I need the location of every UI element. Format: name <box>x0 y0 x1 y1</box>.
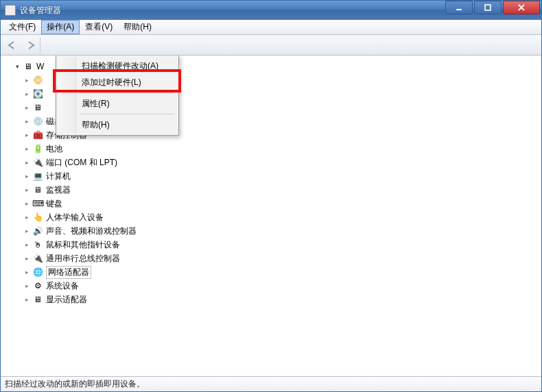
expand-icon[interactable] <box>23 268 31 276</box>
menu-item-properties[interactable]: 属性(R) <box>58 95 176 112</box>
device-category-icon: 🖱 <box>32 239 43 250</box>
tree-item[interactable]: 🔊声音、视频和游戏控制器 <box>3 224 539 238</box>
expand-icon[interactable] <box>23 131 31 139</box>
menu-item-label: 扫描检测硬件改动(A) <box>82 60 158 72</box>
forward-button[interactable] <box>23 37 40 53</box>
device-category-icon: 🔌 <box>32 253 43 264</box>
expand-icon[interactable] <box>23 186 31 194</box>
expand-icon[interactable] <box>23 158 31 167</box>
action-menu-dropdown: 扫描检测硬件改动(A) 添加过时硬件(L) 属性(R) 帮助(H) <box>56 56 179 136</box>
device-category-icon: 🖥 <box>32 102 43 113</box>
device-category-icon: ⚙ <box>32 280 43 291</box>
device-category-icon: 🌐 <box>32 267 43 278</box>
menu-view[interactable]: 查看(V) <box>80 20 118 34</box>
device-category-icon: 🔋 <box>32 143 43 154</box>
menu-item-help[interactable]: 帮助(H) <box>58 117 176 133</box>
device-category-icon: 🖥 <box>32 184 43 195</box>
tree-item-label: 系统设备 <box>46 280 79 292</box>
device-category-icon: 📀 <box>32 75 43 86</box>
expand-icon[interactable] <box>23 213 31 221</box>
menu-separator <box>80 114 174 114</box>
expand-icon[interactable] <box>23 117 31 125</box>
tree-item-label: 声音、视频和游戏控制器 <box>46 225 137 237</box>
device-category-icon: 🧰 <box>32 130 43 140</box>
svg-rect-1 <box>485 5 491 10</box>
tree-item-label: 电池 <box>46 143 62 155</box>
svg-rect-0 <box>456 9 462 10</box>
expand-icon[interactable] <box>23 227 31 235</box>
menu-help-label: 帮助(H) <box>123 21 152 33</box>
tree-item[interactable]: 🖱鼠标和其他指针设备 <box>3 238 539 252</box>
menu-view-label: 查看(V) <box>85 21 113 33</box>
expand-icon[interactable] <box>23 241 31 249</box>
tree-item[interactable]: 👆人体学输入设备 <box>3 210 539 224</box>
menu-action[interactable]: 操作(A) <box>41 20 80 34</box>
device-category-icon: 🔊 <box>32 225 43 236</box>
window-title: 设备管理器 <box>20 5 61 16</box>
device-category-icon: 💽 <box>32 88 43 99</box>
menu-bar: 文件(F) 操作(A) 查看(V) 帮助(H) <box>1 20 541 35</box>
device-category-icon: 🔌 <box>32 157 43 168</box>
tree-item[interactable]: ⚙系统设备 <box>3 279 539 293</box>
expand-icon[interactable] <box>23 199 31 208</box>
tree-root-label: W <box>36 62 44 71</box>
toolbar <box>1 35 541 56</box>
app-icon <box>5 5 16 16</box>
menu-item-add-legacy-hardware[interactable]: 添加过时硬件(L) <box>58 74 176 90</box>
menu-separator <box>80 93 174 93</box>
status-text: 扫描经过改动的或新的即插即用设备。 <box>5 378 145 390</box>
tree-item-label: 显示适配器 <box>46 294 87 306</box>
maximize-button[interactable] <box>474 1 502 14</box>
tree-item-label: 网络适配器 <box>46 266 91 279</box>
device-category-icon: ⌨ <box>32 198 43 209</box>
tree-item[interactable]: 🖥显示适配器 <box>3 293 539 306</box>
device-category-icon: 👆 <box>32 212 43 223</box>
tree-item-label: 通用串行总线控制器 <box>46 253 120 265</box>
device-manager-window: 设备管理器 文件(F) 操作(A) 查看(V) 帮助(H) <box>0 0 542 392</box>
menu-action-label: 操作(A) <box>47 21 74 33</box>
tree-item-label: 人体学输入设备 <box>46 212 104 223</box>
expand-icon[interactable] <box>23 254 31 262</box>
tree-item-label: 端口 (COM 和 LPT) <box>46 157 117 169</box>
expand-icon[interactable] <box>23 295 31 304</box>
tree-item-label: 监视器 <box>46 184 71 196</box>
expand-icon[interactable] <box>23 90 31 98</box>
menu-item-label: 属性(R) <box>82 98 110 110</box>
tree-item[interactable]: 🔋电池 <box>3 142 539 156</box>
device-category-icon: 🖥 <box>32 294 43 305</box>
expand-icon[interactable] <box>23 172 31 180</box>
tree-item[interactable]: 💻计算机 <box>3 169 539 183</box>
back-button[interactable] <box>3 37 21 53</box>
menu-file[interactable]: 文件(F) <box>3 20 41 34</box>
tree-item[interactable]: 🔌通用串行总线控制器 <box>3 252 539 265</box>
menu-item-label: 添加过时硬件(L) <box>82 77 141 88</box>
tree-item-label: 键盘 <box>46 198 62 210</box>
menu-file-label: 文件(F) <box>9 21 36 33</box>
menu-item-scan-hardware[interactable]: 扫描检测硬件改动(A) <box>58 58 176 74</box>
minimize-button[interactable] <box>445 1 473 14</box>
status-bar: 扫描经过改动的或新的即插即用设备。 <box>1 376 541 391</box>
expand-icon[interactable] <box>23 103 31 112</box>
window-buttons <box>445 1 541 14</box>
computer-icon: 🖥 <box>23 61 34 72</box>
content-area: 🖥 W 📀💽🖥💿磁盘驱动器🧰存储控制器🔋电池🔌端口 (COM 和 LPT)💻计算… <box>1 56 541 376</box>
device-category-icon: 💻 <box>32 171 43 182</box>
menu-help[interactable]: 帮助(H) <box>118 20 157 34</box>
device-category-icon: 💿 <box>32 116 43 127</box>
tree-item-label: 计算机 <box>46 171 71 182</box>
tree-item-label: 鼠标和其他指针设备 <box>46 239 120 251</box>
tree-item[interactable]: 🌐网络适配器 <box>3 265 539 279</box>
expand-icon[interactable] <box>23 282 31 290</box>
expand-icon[interactable] <box>13 62 21 71</box>
title-bar[interactable]: 设备管理器 <box>1 1 541 20</box>
tree-item[interactable]: 🖥监视器 <box>3 183 539 197</box>
expand-icon[interactable] <box>23 76 31 84</box>
tree-item[interactable]: 🔌端口 (COM 和 LPT) <box>3 156 539 169</box>
expand-icon[interactable] <box>23 145 31 153</box>
menu-item-label: 帮助(H) <box>82 119 110 131</box>
close-button[interactable] <box>503 1 540 14</box>
tree-item[interactable]: ⌨键盘 <box>3 197 539 210</box>
